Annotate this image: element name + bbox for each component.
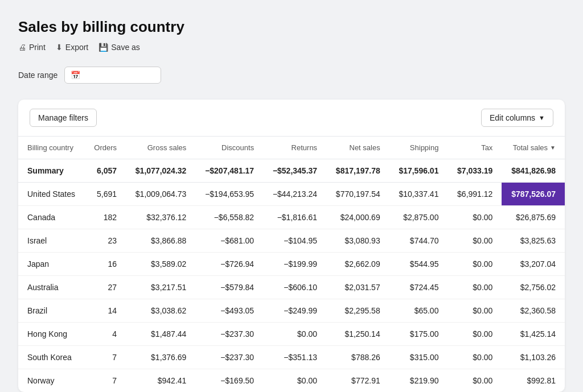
calendar-icon: 📅 — [71, 71, 80, 80]
row-7-gross-sales: $1,376.69 — [126, 346, 195, 369]
row-3-orders: 16 — [85, 253, 126, 276]
edit-columns-button[interactable]: Edit columns ▼ — [481, 109, 553, 127]
col-tax: Tax — [447, 137, 502, 159]
col-net-sales: Net sales — [326, 137, 389, 159]
row-5-total-sales: $2,360.58 — [502, 299, 565, 323]
total-sales-sort[interactable]: Total sales ▼ — [513, 143, 556, 152]
row-1-net-sales: $24,000.69 — [326, 206, 389, 229]
row-8-gross-sales: $942.41 — [126, 369, 195, 393]
table-row: Norway7$942.41−$169.50$0.00$772.91$219.9… — [18, 369, 565, 393]
row-1-total-sales: $26,875.69 — [502, 206, 565, 229]
date-range-row: Date range 📅 — [18, 67, 565, 84]
row-7-total-sales: $1,103.26 — [502, 346, 565, 369]
row-5-tax: $0.00 — [447, 299, 502, 323]
summary-label: Summary — [18, 159, 85, 183]
chevron-down-icon: ▼ — [539, 114, 545, 121]
col-returns: Returns — [263, 137, 326, 159]
row-4-discounts: −$579.84 — [195, 276, 263, 299]
date-range-label: Date range — [18, 71, 58, 80]
table-row: Israel23$3,866.88−$681.00−$104.95$3,080.… — [18, 229, 565, 253]
row-5-shipping: $65.00 — [389, 299, 448, 323]
table-row: Brazil14$3,038.62−$493.05−$249.99$2,295.… — [18, 299, 565, 323]
row-2-net-sales: $3,080.93 — [326, 229, 389, 253]
col-total-sales: Total sales ▼ — [502, 137, 565, 159]
page-container: Sales by billing country 🖨 Print ⬇ Expor… — [18, 18, 565, 392]
summary-orders: 6,057 — [85, 159, 126, 183]
row-3-country: Japan — [18, 253, 85, 276]
row-6-shipping: $175.00 — [389, 323, 448, 346]
summary-net-sales: $817,197.78 — [326, 159, 389, 183]
row-6-tax: $0.00 — [447, 323, 502, 346]
row-3-net-sales: $2,662.09 — [326, 253, 389, 276]
table-row: Australia27$3,217.51−$579.84−$606.10$2,0… — [18, 276, 565, 299]
summary-shipping: $17,596.01 — [389, 159, 448, 183]
row-8-orders: 7 — [85, 369, 126, 393]
row-8-returns: $0.00 — [263, 369, 326, 393]
export-label: Export — [65, 43, 88, 52]
row-2-discounts: −$681.00 — [195, 229, 263, 253]
row-4-gross-sales: $3,217.51 — [126, 276, 195, 299]
save-as-label: Save as — [111, 43, 140, 52]
row-0-returns: −$44,213.24 — [263, 183, 326, 206]
summary-returns: −$52,345.37 — [263, 159, 326, 183]
row-0-country: United States — [18, 183, 85, 206]
row-7-returns: −$351.13 — [263, 346, 326, 369]
print-button[interactable]: 🖨 Print — [18, 42, 46, 53]
print-label: Print — [29, 43, 46, 52]
row-1-returns: −$1,816.61 — [263, 206, 326, 229]
row-7-country: South Korea — [18, 346, 85, 369]
export-button[interactable]: ⬇ Export — [56, 42, 88, 53]
row-4-returns: −$606.10 — [263, 276, 326, 299]
row-6-net-sales: $1,250.14 — [326, 323, 389, 346]
col-gross-sales: Gross sales — [126, 137, 195, 159]
table-row: South Korea7$1,376.69−$237.30−$351.13$78… — [18, 346, 565, 369]
summary-gross-sales: $1,077,024.32 — [126, 159, 195, 183]
row-1-shipping: $2,875.00 — [389, 206, 448, 229]
row-3-discounts: −$726.94 — [195, 253, 263, 276]
row-1-orders: 182 — [85, 206, 126, 229]
row-8-shipping: $219.90 — [389, 369, 448, 393]
row-3-tax: $0.00 — [447, 253, 502, 276]
print-icon: 🖨 — [18, 43, 26, 52]
col-discounts: Discounts — [195, 137, 263, 159]
summary-row: Summary 6,057 $1,077,024.32 −$207,481.17… — [18, 159, 565, 183]
table-row: Hong Kong4$1,487.44−$237.30$0.00$1,250.1… — [18, 323, 565, 346]
col-orders: Orders — [85, 137, 126, 159]
row-4-total-sales: $2,756.02 — [502, 276, 565, 299]
row-2-shipping: $744.70 — [389, 229, 448, 253]
row-2-tax: $0.00 — [447, 229, 502, 253]
col-shipping: Shipping — [389, 137, 448, 159]
save-as-button[interactable]: 💾 Save as — [98, 42, 140, 53]
row-0-total-sales: $787,526.07 — [502, 183, 565, 206]
row-4-net-sales: $2,031.57 — [326, 276, 389, 299]
table-header-row: Billing country Orders Gross sales Disco… — [18, 137, 565, 159]
row-0-orders: 5,691 — [85, 183, 126, 206]
export-icon: ⬇ — [56, 43, 63, 52]
row-3-gross-sales: $3,589.02 — [126, 253, 195, 276]
row-2-orders: 23 — [85, 229, 126, 253]
row-6-returns: $0.00 — [263, 323, 326, 346]
row-1-gross-sales: $32,376.12 — [126, 206, 195, 229]
row-0-tax: $6,991.12 — [447, 183, 502, 206]
manage-filters-button[interactable]: Manage filters — [30, 109, 97, 127]
table-card: Manage filters Edit columns ▼ Billing co… — [18, 100, 565, 392]
sort-arrow-icon: ▼ — [550, 145, 556, 151]
col-billing-country: Billing country — [18, 137, 85, 159]
row-7-net-sales: $788.26 — [326, 346, 389, 369]
row-8-discounts: −$169.50 — [195, 369, 263, 393]
row-8-net-sales: $772.91 — [326, 369, 389, 393]
row-6-orders: 4 — [85, 323, 126, 346]
save-icon: 💾 — [98, 43, 108, 52]
toolbar: 🖨 Print ⬇ Export 💾 Save as — [18, 42, 565, 53]
row-7-tax: $0.00 — [447, 346, 502, 369]
row-2-total-sales: $3,825.63 — [502, 229, 565, 253]
row-5-returns: −$249.99 — [263, 299, 326, 323]
date-range-input[interactable]: 📅 — [64, 67, 161, 84]
row-8-total-sales: $992.81 — [502, 369, 565, 393]
edit-columns-label: Edit columns — [490, 113, 535, 122]
row-6-total-sales: $1,425.14 — [502, 323, 565, 346]
row-0-discounts: −$194,653.95 — [195, 183, 263, 206]
table-header-bar: Manage filters Edit columns ▼ — [18, 100, 565, 137]
row-3-total-sales: $3,207.04 — [502, 253, 565, 276]
row-5-orders: 14 — [85, 299, 126, 323]
